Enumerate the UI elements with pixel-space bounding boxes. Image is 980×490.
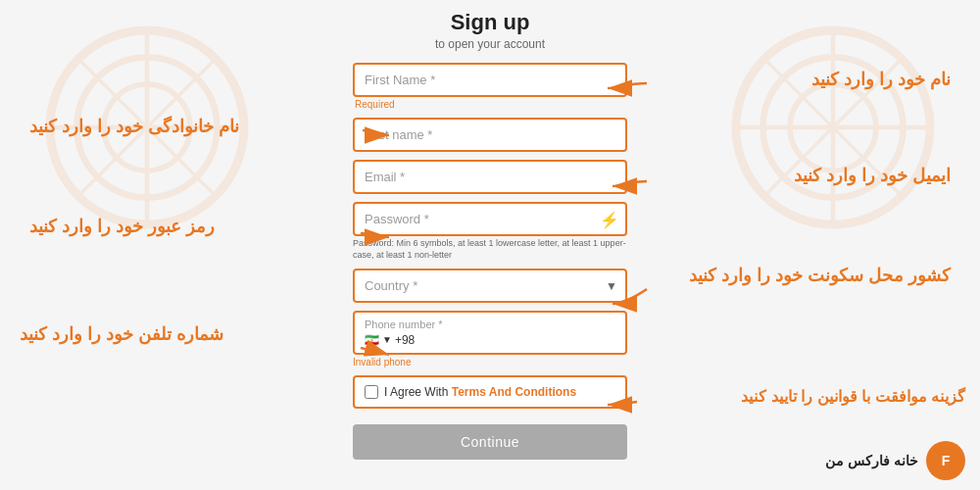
country-group: Country * Iran United States United King… (353, 269, 627, 303)
password-helper-text: Password: Min 6 symbols, at least 1 lowe… (353, 238, 627, 261)
watermark-left-icon (39, 20, 255, 235)
logo-svg-icon: F (932, 447, 959, 474)
continue-button[interactable]: Continue (353, 424, 627, 460)
email-group (353, 160, 627, 194)
first-name-group: Required (353, 63, 627, 110)
phone-group: Phone number * 🇮🇷 ▼ +98 Invalid phone (353, 311, 627, 368)
svg-line-13 (764, 59, 903, 197)
phone-flag-selector[interactable]: 🇮🇷 ▼ +98 (365, 333, 415, 347)
annotation-password: رمز عبور خود را وارد کنید (29, 216, 215, 237)
svg-point-7 (736, 30, 930, 224)
svg-point-0 (50, 30, 244, 224)
svg-point-2 (104, 84, 190, 171)
annotation-name: نام خود را وارد کنید (811, 69, 951, 90)
terms-link[interactable]: Terms And Conditions (452, 385, 576, 399)
svg-line-5 (78, 59, 217, 197)
phone-label: Phone number * (365, 318, 615, 330)
country-select[interactable]: Country * Iran United States United King… (353, 269, 627, 303)
annotation-country: کشور محل سکونت خود را وارد کنید (689, 265, 951, 286)
password-group: ⚡ Password: Min 6 symbols, at least 1 lo… (353, 202, 627, 261)
password-toggle-icon[interactable]: ⚡ (600, 210, 619, 228)
last-name-group (353, 118, 627, 152)
page-subtitle: to open your account (353, 37, 627, 51)
terms-checkbox-row: I Agree With Terms And Conditions (353, 375, 627, 409)
country-select-wrapper: Country * Iran United States United King… (353, 269, 627, 303)
terms-checkbox[interactable] (365, 385, 378, 399)
svg-point-9 (790, 84, 876, 171)
page-title: Sign up (353, 10, 627, 35)
iran-flag-icon: 🇮🇷 (365, 333, 379, 347)
svg-text:F: F (942, 453, 951, 468)
svg-line-12 (764, 59, 903, 197)
password-input[interactable] (353, 202, 627, 236)
last-name-input[interactable] (353, 118, 627, 152)
signup-form: Sign up to open your account Required ⚡ … (353, 10, 627, 460)
email-input[interactable] (353, 160, 627, 194)
phone-code: +98 (395, 333, 415, 347)
phone-row: 🇮🇷 ▼ +98 (365, 332, 615, 347)
password-wrapper: ⚡ (353, 202, 627, 236)
logo-icon: F (926, 441, 965, 480)
invalid-phone-text: Invalid phone (353, 357, 627, 368)
bottom-logo: خانه فارکس من F (825, 441, 965, 480)
first-name-input[interactable] (353, 63, 627, 97)
terms-group: I Agree With Terms And Conditions (353, 375, 627, 409)
terms-text: I Agree With (384, 385, 448, 399)
watermark-right-icon (725, 20, 941, 235)
annotation-terms: گزینه موافقت با قوانین را تایید کنید (741, 387, 965, 406)
svg-point-8 (763, 58, 904, 198)
logo-text: خانه فارکس من (825, 453, 918, 468)
terms-label[interactable]: I Agree With Terms And Conditions (384, 385, 576, 399)
svg-point-1 (77, 58, 218, 198)
annotation-family: نام خانوادگی خود را وارد کنید (29, 116, 239, 137)
required-label: Required (353, 99, 627, 110)
chevron-down-icon: ▼ (382, 334, 392, 345)
phone-wrapper: Phone number * 🇮🇷 ▼ +98 (353, 311, 627, 355)
svg-line-6 (78, 59, 217, 197)
annotation-phone: شماره تلفن خود را وارد کنید (20, 323, 223, 345)
annotation-email: ایمیل خود را وارد کنید (794, 165, 951, 186)
phone-number-input[interactable] (420, 332, 615, 347)
